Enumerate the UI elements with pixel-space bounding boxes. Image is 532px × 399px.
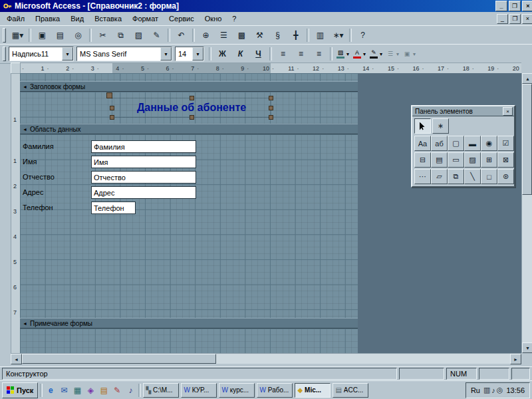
cut-button[interactable]: ✂ xyxy=(94,28,112,43)
properties-button[interactable]: ▩ xyxy=(233,28,251,43)
field-textbox[interactable]: Отчество xyxy=(91,171,196,184)
form-canvas[interactable]: ◄ Заголовок формы Данные об абоненте ◄ xyxy=(20,73,358,353)
format-painter-button[interactable]: ✎ xyxy=(148,28,166,43)
child-close-button[interactable]: × xyxy=(522,14,532,24)
task-button-1[interactable]: ▚C:\M... xyxy=(143,383,179,398)
toggle-button-tool[interactable]: ▬ xyxy=(464,136,481,151)
command-button-tool[interactable]: ▭ xyxy=(448,152,464,168)
paste-button[interactable]: ▨ xyxy=(130,28,148,43)
resize-handle[interactable] xyxy=(190,96,194,100)
task-button-3[interactable]: Wкурс... xyxy=(219,383,255,398)
text-box-tool[interactable]: аб xyxy=(431,136,448,151)
vertical-scrollbar-thumb[interactable] xyxy=(522,84,532,195)
maximize-restore-button[interactable]: ❐ xyxy=(509,1,521,11)
label-tool[interactable]: Aa xyxy=(414,136,431,151)
list-box-tool[interactable]: ▤ xyxy=(431,152,448,168)
italic-button[interactable]: К xyxy=(231,47,249,61)
chevron-down-icon[interactable]: ▾ xyxy=(363,51,366,57)
field-textbox[interactable]: Фамилия xyxy=(91,140,196,153)
scroll-up-button[interactable]: ▲ xyxy=(522,73,532,84)
resize-handle[interactable] xyxy=(110,115,114,120)
resize-handle[interactable] xyxy=(190,115,194,120)
copy-button[interactable]: ⧉ xyxy=(112,28,130,43)
toolbox-button[interactable]: ╋ xyxy=(287,28,305,43)
image-tool[interactable]: ▨ xyxy=(464,152,481,168)
field-label[interactable]: Отчество xyxy=(23,172,73,182)
child-restore-button[interactable]: ❐ xyxy=(509,14,521,24)
task-button-6[interactable]: ▤ACC... xyxy=(332,383,368,398)
view-channels-icon[interactable]: ◈ xyxy=(84,384,96,396)
close-button[interactable]: × xyxy=(522,1,532,11)
chevron-down-icon[interactable]: ▾ xyxy=(380,51,382,57)
combo-box-tool[interactable]: ⊟ xyxy=(414,152,431,168)
field-list-button[interactable]: ☰ xyxy=(215,28,233,43)
print-button[interactable]: ▤ xyxy=(51,28,69,43)
task-button-5[interactable]: ◆Mic... xyxy=(295,383,331,398)
chevron-down-icon[interactable]: ▾ xyxy=(160,47,172,61)
toolbox-title-bar[interactable]: Панель элементов × xyxy=(412,106,514,116)
menu-item-8[interactable]: ? xyxy=(227,12,241,25)
resize-handle[interactable] xyxy=(269,96,273,100)
toolbar-grip[interactable] xyxy=(3,28,6,43)
horizontal-scrollbar-track[interactable] xyxy=(216,354,510,364)
task-button-2[interactable]: WКУР... xyxy=(181,383,217,398)
scroll-down-button[interactable]: ▼ xyxy=(522,342,532,353)
align-center-button[interactable]: ≡ xyxy=(292,47,310,61)
scroll-right-button[interactable]: ► xyxy=(510,354,521,364)
special-effect-button[interactable]: ▣ ▾ xyxy=(401,47,417,61)
bound-object-frame-tool[interactable]: ⊠ xyxy=(497,152,514,168)
object-combo[interactable]: Надпись11 ▾ xyxy=(9,47,74,61)
detail-section-bar[interactable]: ◄ Область данных xyxy=(20,124,358,134)
font-color-button[interactable]: А ▾ xyxy=(351,47,367,61)
align-right-button[interactable]: ≡ xyxy=(310,47,328,61)
field-label[interactable]: Адрес xyxy=(23,187,73,198)
display-settings-icon[interactable]: ▥ xyxy=(483,386,490,394)
menu-item-4[interactable]: Вставка xyxy=(89,12,127,25)
move-handle[interactable] xyxy=(106,92,112,98)
resize-handle[interactable] xyxy=(269,106,273,110)
volume-icon[interactable]: ♪ xyxy=(491,386,495,394)
view-select-button[interactable]: ▦▾ xyxy=(9,28,27,43)
more-controls-tool[interactable]: ⊛ xyxy=(497,169,514,184)
build-button[interactable]: ⚒ xyxy=(251,28,269,43)
field-label[interactable]: Фамилия xyxy=(23,141,73,152)
toolbox-close-button[interactable]: × xyxy=(503,107,513,116)
subform-tool[interactable]: ⧉ xyxy=(448,169,464,184)
form-footer-section-bar[interactable]: ◄ Примечание формы xyxy=(20,318,358,329)
menu-item-1[interactable]: Файл xyxy=(1,12,30,25)
show-desktop-icon[interactable]: ▦ xyxy=(71,384,83,396)
tab-control-tool[interactable]: ▱ xyxy=(431,169,448,184)
insert-hyperlink-button[interactable]: ⊕ xyxy=(197,28,215,43)
chevron-down-icon[interactable]: ▾ xyxy=(396,51,399,57)
toolbar-grip[interactable] xyxy=(3,47,6,61)
new-object-button[interactable]: ∗▾ xyxy=(329,28,347,43)
outlook-express-icon[interactable]: ✉ xyxy=(58,384,70,396)
vertical-scrollbar-track[interactable] xyxy=(522,195,532,342)
chevron-down-icon[interactable]: ▾ xyxy=(62,47,73,61)
chevron-down-icon[interactable]: ▾ xyxy=(413,51,416,57)
menu-item-5[interactable]: Формат xyxy=(127,12,164,25)
toolbox-window[interactable]: Панель элементов × ∗ Aaаб▢▬◉☑⊟▤▭▨⊞⊠⋯▱⧉╲□… xyxy=(411,105,515,188)
horizontal-scrollbar-thumb[interactable] xyxy=(22,354,216,364)
menu-item-6[interactable]: Сервис xyxy=(164,12,200,25)
internet-explorer-icon[interactable]: e xyxy=(45,384,57,396)
resize-handle[interactable] xyxy=(110,106,114,110)
bold-button[interactable]: Ж xyxy=(213,47,231,61)
task-button-4[interactable]: WРабо... xyxy=(257,383,293,398)
field-textbox[interactable]: Адрес xyxy=(91,186,196,199)
scroll-left-button[interactable]: ◄ xyxy=(11,354,22,364)
detail-section-body[interactable]: ФамилияФамилияИмяИмяОтчествоОтчествоАдре… xyxy=(20,134,358,318)
select-pointer-tool[interactable] xyxy=(414,118,431,134)
undo-button[interactable]: ↶ xyxy=(172,28,190,43)
start-button[interactable]: Пуск xyxy=(2,382,38,398)
form-header-section-bar[interactable]: ◄ Заголовок формы xyxy=(20,81,358,92)
unbound-object-frame-tool[interactable]: ⊞ xyxy=(481,152,497,168)
check-box-tool[interactable]: ☑ xyxy=(497,136,514,151)
page-break-tool[interactable]: ⋯ xyxy=(414,169,431,184)
form-header-body[interactable]: Данные об абоненте xyxy=(20,92,358,124)
field-textbox[interactable]: Имя xyxy=(91,156,196,168)
explorer-icon[interactable]: ▤ xyxy=(98,384,110,396)
border-width-button[interactable]: ☰ ▾ xyxy=(384,47,400,61)
menu-item-3[interactable]: Вид xyxy=(65,12,89,25)
line-tool[interactable]: ╲ xyxy=(464,169,481,184)
